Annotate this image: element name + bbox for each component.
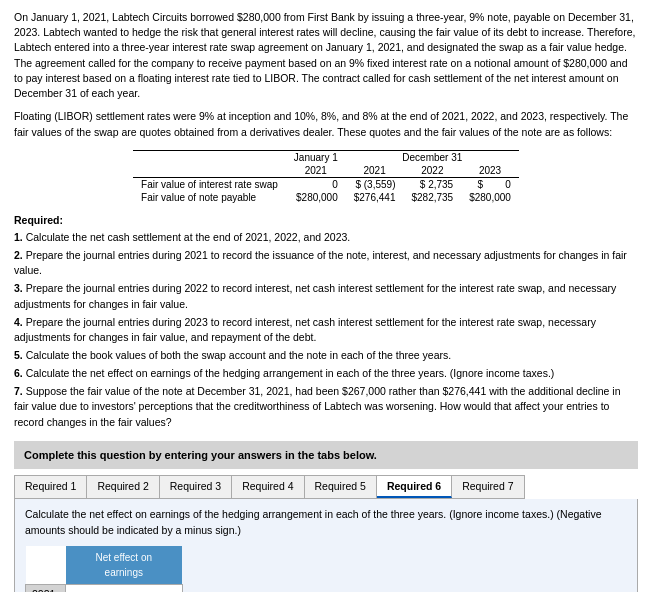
req-item-7: 7. Suppose the fair value of the note at… [14, 384, 638, 431]
subheader-2022: 2022 [403, 164, 461, 178]
earnings-input-2021[interactable] [70, 587, 170, 592]
req-item-2: 2. Prepare the journal entries during 20… [14, 248, 638, 280]
col-dec31-header: December 31 [346, 150, 519, 164]
req-item-5: 5. Calculate the book values of both the… [14, 348, 638, 364]
fair-value-table: January 1 December 31 2021 2021 2022 202… [14, 150, 638, 204]
row1-label: Fair value of interest rate swap [133, 177, 286, 191]
input-2021[interactable] [66, 585, 183, 592]
row2-label: Fair value of note payable [133, 191, 286, 204]
tab-required1[interactable]: Required 1 [15, 476, 87, 498]
year-2021: 2021 [26, 585, 66, 592]
subheader-2021b: 2021 [346, 164, 404, 178]
tabs-row: Required 1 Required 2 Required 3 Require… [14, 475, 525, 499]
passage-paragraph1: On January 1, 2021, Labtech Circuits bor… [14, 10, 638, 101]
subheader-2021a: 2021 [286, 164, 346, 178]
row1-val3: $ 2,735 [403, 177, 461, 191]
col-jan1-header: January 1 [286, 150, 346, 164]
row1-val1: 0 [286, 177, 346, 191]
tab-required4[interactable]: Required 4 [232, 476, 304, 498]
req-item-4: 4. Prepare the journal entries during 20… [14, 315, 638, 347]
tab-required3[interactable]: Required 3 [160, 476, 232, 498]
row2-val1: $280,000 [286, 191, 346, 204]
req-item-1: 1. Calculate the net cash settlement at … [14, 230, 638, 246]
row2-val2: $276,441 [346, 191, 404, 204]
req-item-3: 3. Prepare the journal entries during 20… [14, 281, 638, 313]
complete-box: Complete this question by entering your … [14, 441, 638, 469]
tab-required5[interactable]: Required 5 [305, 476, 377, 498]
required-title: Required: [14, 214, 638, 226]
row1-val2: $ (3,559) [346, 177, 404, 191]
subheader-2023: 2023 [461, 164, 519, 178]
tab-required6[interactable]: Required 6 [377, 476, 452, 498]
passage-paragraph2: Floating (LIBOR) settlement rates were 9… [14, 109, 638, 139]
earnings-col-header: Net effect onearnings [66, 546, 183, 585]
required-list: 1. Calculate the net cash settlement at … [14, 230, 638, 431]
row2-val4: $280,000 [461, 191, 519, 204]
tab-required7[interactable]: Required 7 [452, 476, 523, 498]
req-item-6: 6. Calculate the net effect on earnings … [14, 366, 638, 382]
row2-val3: $282,735 [403, 191, 461, 204]
tab-content-description: Calculate the net effect on earnings of … [25, 507, 627, 539]
row1-val4: $ 0 [461, 177, 519, 191]
tab-required2[interactable]: Required 2 [87, 476, 159, 498]
earnings-row-2021: 2021 [26, 585, 183, 592]
tab-content-area: Calculate the net effect on earnings of … [14, 499, 638, 592]
earnings-table: Net effect onearnings 2021 2022 2023 [25, 546, 183, 592]
